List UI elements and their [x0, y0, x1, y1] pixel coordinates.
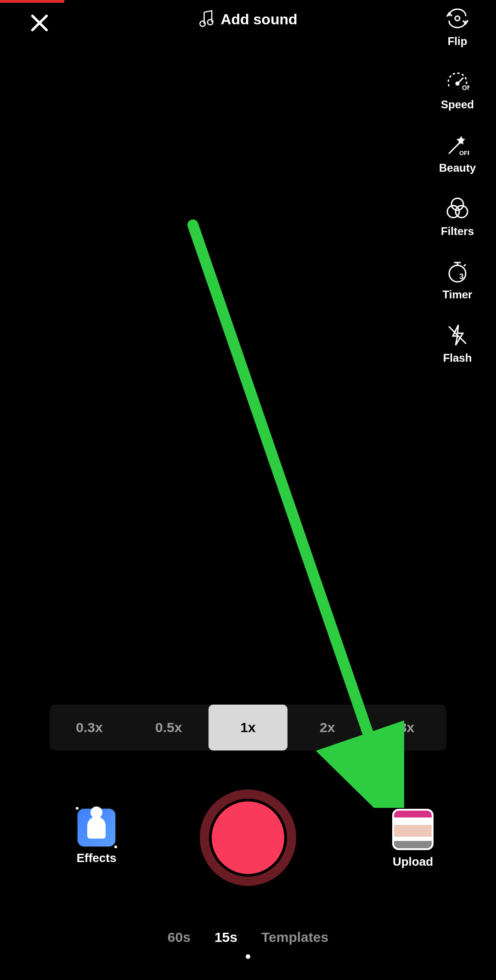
effects-icon — [78, 809, 115, 846]
svg-point-11 — [456, 206, 468, 218]
filters-label: Filters — [441, 225, 474, 238]
mode-option-2[interactable]: Templates — [261, 930, 328, 945]
mode-selector: 60s 15s Templates — [0, 930, 496, 945]
speed-badge: ON — [462, 84, 469, 91]
svg-point-5 — [455, 16, 460, 21]
timer-label: Timer — [443, 288, 473, 301]
zoom-option-2[interactable]: 1x — [209, 705, 288, 750]
bottom-controls: Effects Upload — [0, 780, 496, 900]
add-sound-label: Add sound — [220, 11, 297, 28]
beauty-badge: OFF — [459, 150, 469, 157]
flip-label: Flip — [448, 35, 468, 48]
beauty-label: Beauty — [439, 162, 476, 174]
stopwatch-icon: 3 — [445, 259, 470, 285]
speed-button[interactable]: ON Speed — [441, 69, 474, 111]
mode-option-1[interactable]: 15s — [214, 930, 237, 945]
svg-line-8 — [449, 143, 459, 153]
mode-option-0[interactable]: 60s — [168, 930, 191, 945]
record-button[interactable] — [200, 790, 296, 886]
magic-wand-icon: OFF — [445, 132, 470, 158]
speedometer-icon: ON — [445, 69, 470, 95]
zoom-option-4[interactable]: 3x — [367, 705, 446, 750]
top-edge-artifact — [0, 0, 64, 3]
effects-label: Effects — [77, 851, 117, 865]
svg-line-15 — [464, 264, 466, 266]
speed-label: Speed — [441, 98, 474, 111]
flash-button[interactable]: Flash — [443, 322, 472, 364]
close-icon — [29, 13, 50, 35]
mode-indicator-dot — [246, 954, 250, 959]
side-toolbar: Flip ON Speed OFF Beauty Filters 3 Timer — [435, 6, 479, 364]
zoom-option-1[interactable]: 0.5x — [129, 705, 209, 750]
timer-badge: 3 — [459, 272, 463, 281]
svg-point-7 — [456, 82, 459, 85]
camera-record-screen: Add sound Flip ON Speed OFF Beauty Fi — [0, 0, 496, 980]
zoom-selector: 0.3x 0.5x 1x 2x 3x — [50, 705, 446, 750]
filters-icon — [445, 196, 470, 221]
svg-point-9 — [451, 198, 463, 210]
effects-button[interactable]: Effects — [71, 809, 122, 865]
svg-line-17 — [193, 225, 386, 785]
zoom-option-0[interactable]: 0.3x — [50, 705, 129, 750]
flash-off-icon — [445, 322, 470, 348]
filters-button[interactable]: Filters — [441, 196, 474, 238]
upload-button[interactable]: Upload — [383, 809, 443, 869]
record-button-inner — [209, 799, 287, 877]
timer-button[interactable]: 3 Timer — [443, 259, 473, 301]
svg-point-3 — [208, 20, 213, 25]
flip-camera-button[interactable]: Flip — [445, 6, 470, 48]
music-note-icon — [198, 9, 214, 29]
upload-thumbnail-icon — [392, 809, 434, 850]
upload-label: Upload — [393, 855, 433, 869]
flip-camera-icon — [445, 6, 470, 31]
zoom-option-3[interactable]: 2x — [287, 705, 367, 750]
add-sound-button[interactable]: Add sound — [198, 9, 297, 29]
flash-label: Flash — [443, 352, 472, 364]
close-button[interactable] — [27, 11, 52, 37]
beauty-button[interactable]: OFF Beauty — [439, 132, 476, 174]
